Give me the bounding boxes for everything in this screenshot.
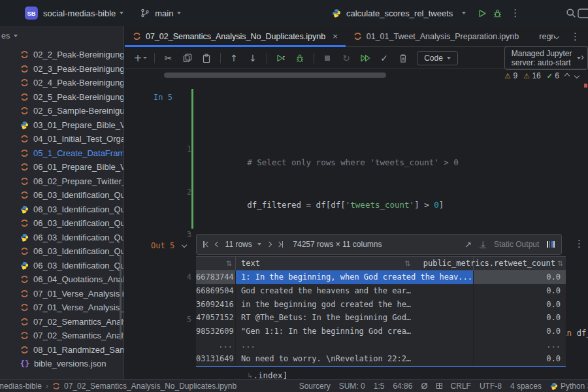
breadcrumb[interactable]: medias-bible › 07_02_Semantics_Analysis_… — [0, 382, 237, 391]
tab-notebook-3[interactable]: regre — [527, 26, 555, 46]
cut-cell-icon[interactable]: ✂ — [163, 53, 174, 63]
output-options-icon[interactable]: ⋮ — [574, 238, 584, 250]
run-cell-icon[interactable] — [276, 54, 286, 63]
delete-cell-icon[interactable] — [398, 54, 408, 63]
cell-type-dropdown[interactable]: Code — [417, 51, 458, 65]
move-cell-down-icon[interactable]: ↓ — [248, 53, 258, 63]
index-cell[interactable]: 36092416 — [196, 298, 235, 312]
sidebar-file-item[interactable]: {} 06_03_Identification_Quotat — [0, 244, 124, 259]
close-icon[interactable]: × — [333, 31, 338, 41]
text-cell[interactable]: 1: In the beginning, when God created th… — [235, 270, 473, 284]
retweet-count-cell[interactable]: 0.0 — [473, 325, 566, 338]
text-cell[interactable]: RT @The_Betus: In the beginning God… — [235, 311, 473, 325]
inspections-off-icon[interactable]: Ø — [421, 381, 427, 391]
sourcery-widget[interactable]: Sourcery — [299, 382, 331, 391]
next-page-icon[interactable] — [267, 242, 271, 246]
sidebar-file-item[interactable]: {} 06_02_Prepare_Twitter_Dat — [0, 174, 124, 189]
index-cell[interactable]: ... — [196, 338, 235, 352]
sidebar-file-item[interactable]: {} 02_4_Peak-Bereinigung - Pe — [0, 76, 124, 90]
indent-widget[interactable]: 4 spaces — [510, 382, 542, 391]
retweet-count-cell[interactable]: 0.0 — [473, 352, 566, 366]
retweet-count-cell[interactable]: 0.0 — [473, 284, 566, 298]
run-config-name[interactable]: calculate_scores_rel_tweets — [346, 8, 453, 18]
breadcrumb-project[interactable]: medias-bible — [0, 382, 42, 391]
tab-notebook-active[interactable]: 07_02_Semantics_Analysis_No_Duplicates.i… — [125, 26, 346, 46]
sidebar-file-item[interactable]: {} 06_03_Identification_Quotat — [0, 203, 124, 217]
last-page-icon[interactable] — [277, 241, 284, 248]
tab-notebook-2[interactable]: 01_01_Tweet_Analysis_Preparation.ipynb — [346, 26, 527, 46]
sidebar-file-item[interactable]: {} 06_01_Prepare_Bible_Versio — [0, 160, 124, 174]
tab-options-icon[interactable]: ⋮ — [568, 31, 583, 42]
prev-page-icon[interactable] — [216, 242, 220, 246]
inspections-widget[interactable]: ⚠ 9 ⚠ 16 ✓ 6 — [504, 71, 579, 80]
sidebar-file-item[interactable]: {} 07_01_Verse_Analysis.ipynb — [0, 287, 124, 301]
breadcrumb-file[interactable]: 07_02_Semantics_Analysis_No_Duplicates.i… — [64, 382, 237, 391]
first-page-icon[interactable] — [203, 241, 210, 248]
checkmark-icon[interactable]: ✓ — [379, 53, 389, 63]
error-stripe-mark[interactable] — [584, 84, 587, 88]
table-horizontal-scrollbar[interactable] — [196, 366, 566, 367]
sidebar-file-item[interactable]: {} 02_3_Peak-Bereinigung - Pe — [0, 62, 124, 76]
sidebar-file-item[interactable]: {} 02_6_Sample-Bereinigung.ip — [0, 104, 124, 118]
copy-cell-icon[interactable] — [182, 54, 193, 63]
add-cell-icon[interactable]: + — [135, 52, 146, 64]
index-cell[interactable]: 66783744 — [196, 270, 235, 284]
text-cell[interactable]: ... — [235, 338, 473, 352]
window-partial-icon[interactable] — [578, 8, 588, 19]
text-cell[interactable]: God created the heavens and the ear… — [235, 284, 473, 298]
stop-kernel-icon[interactable] — [322, 54, 333, 63]
sort-icon[interactable]: ⇅ — [226, 257, 232, 270]
retweet-count-cell[interactable]: ... — [473, 338, 566, 352]
sidebar-file-item[interactable]: {} 07_02_Semantics_Analysis_ — [0, 329, 124, 343]
debug-button[interactable] — [492, 8, 502, 18]
retweet-count-cell[interactable]: 0.0 — [473, 298, 566, 312]
static-output-icon[interactable] — [547, 241, 555, 248]
retweet-column-header[interactable]: public_metrics.retweet_count⇅ — [473, 257, 566, 270]
sidebar-file-item[interactable]: {} 06_03_Identification_Quotat — [0, 231, 124, 245]
retweet-count-cell[interactable]: 0.0 — [473, 270, 566, 284]
sidebar-file-item[interactable]: {} 08_01_Randmized_Sample_ — [0, 343, 124, 357]
page-size-dropdown[interactable]: 11 rows — [225, 240, 261, 249]
sidebar-file-item[interactable]: {} 06_03_Identification_Quotat — [0, 188, 124, 203]
sort-icon[interactable]: ⇅ — [557, 257, 563, 270]
sidebar-file-item[interactable]: {} 02_2_Peak-Bereinigung - Pe — [0, 48, 124, 62]
tool-window-header[interactable]: es — [0, 26, 123, 46]
sidebar-file-item[interactable]: {} 06_03_Identification_Quotat — [0, 216, 124, 231]
toolbar-overflow-chevron-icon[interactable]: › — [581, 51, 584, 62]
sidebar-file-item[interactable]: {} 06_04_Quotations_Analysis — [0, 272, 124, 287]
sort-icon[interactable]: ⇅ — [404, 257, 410, 270]
index-cell[interactable]: 03131649 — [196, 352, 235, 366]
selection-range-widget[interactable]: 64:86 — [393, 382, 412, 391]
text-cell[interactable]: No need to worry. \nRevelation 22:2… — [235, 352, 473, 366]
caret-position-widget[interactable]: 1:5 — [374, 382, 385, 391]
grid-icon[interactable] — [436, 383, 442, 389]
sum-widget[interactable]: SUM: 0 — [339, 382, 365, 391]
prev-problem-icon[interactable] — [564, 73, 570, 78]
run-all-cells-icon[interactable] — [360, 54, 370, 63]
download-icon[interactable]: ↓ — [480, 241, 486, 248]
sidebar-file-item[interactable]: {} 07_01_Verse_Analysis_No_D — [0, 301, 124, 315]
project-name[interactable]: social-medias-bible — [43, 8, 116, 18]
collapse-output-icon[interactable] — [182, 242, 187, 248]
sidebar-file-item[interactable]: {} 03_01_Prepare_Bible_Versio — [0, 118, 124, 133]
encoding-widget[interactable]: UTF-8 — [480, 382, 502, 391]
project-badge[interactable]: SB — [25, 7, 38, 20]
index-cell[interactable]: 98532609 — [196, 325, 235, 338]
move-cell-up-icon[interactable]: ↑ — [229, 53, 239, 63]
more-actions-icon[interactable]: ⋮ — [508, 7, 523, 19]
retweet-count-cell[interactable]: 0.0 — [473, 311, 566, 325]
run-button[interactable] — [476, 8, 487, 18]
interpreter-widget[interactable]: Python 3.10 — [550, 382, 588, 391]
sidebar-file-item[interactable]: {} 04_01_Initial_Test_Organiza — [0, 132, 124, 146]
paste-cell-icon[interactable] — [201, 54, 212, 63]
sidebar-file-item[interactable]: {} 05_1_Create_DataFrames.ip — [0, 146, 124, 161]
open-in-new-icon[interactable]: ↗ — [465, 240, 472, 250]
search-icon[interactable] — [566, 8, 576, 18]
text-cell[interactable]: "Gen 1:1: In the beginning God crea… — [235, 325, 473, 338]
line-ending-widget[interactable]: CRLF — [451, 382, 471, 391]
sidebar-scrollbar[interactable] — [120, 255, 122, 340]
vcs-widget[interactable]: main — [140, 8, 181, 18]
index-cell[interactable]: 66869504 — [196, 284, 235, 298]
text-cell[interactable]: in the beginning god created the he… — [235, 298, 473, 312]
tab-list-chevron-icon[interactable] — [554, 33, 559, 39]
